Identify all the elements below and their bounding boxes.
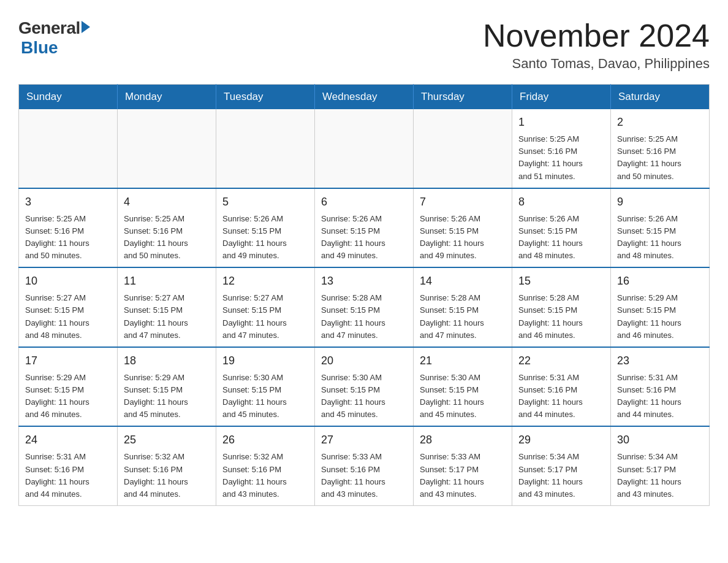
day-info: Sunrise: 5:31 AMSunset: 5:16 PMDaylight:…: [617, 372, 703, 421]
day-number: 30: [617, 432, 703, 448]
calendar-cell: 1Sunrise: 5:25 AMSunset: 5:16 PMDaylight…: [512, 109, 611, 188]
calendar-cell: [19, 109, 118, 188]
day-info: Sunrise: 5:34 AMSunset: 5:17 PMDaylight:…: [518, 451, 604, 500]
day-number: 15: [518, 273, 604, 289]
day-number: 1: [518, 114, 604, 131]
calendar-cell: 8Sunrise: 5:26 AMSunset: 5:15 PMDaylight…: [512, 188, 611, 268]
day-info: Sunrise: 5:30 AMSunset: 5:15 PMDaylight:…: [222, 372, 308, 421]
calendar-cell: 13Sunrise: 5:28 AMSunset: 5:15 PMDayligh…: [315, 267, 414, 347]
day-info: Sunrise: 5:28 AMSunset: 5:15 PMDaylight:…: [420, 292, 506, 342]
calendar-cell: 30Sunrise: 5:34 AMSunset: 5:17 PMDayligh…: [611, 426, 710, 505]
logo: General Blue: [18, 18, 90, 58]
day-number: 21: [420, 353, 506, 369]
calendar-cell: [414, 109, 512, 188]
calendar-cell: 3Sunrise: 5:25 AMSunset: 5:16 PMDaylight…: [19, 188, 118, 268]
calendar-cell: 10Sunrise: 5:27 AMSunset: 5:15 PMDayligh…: [19, 267, 118, 347]
calendar-cell: 9Sunrise: 5:26 AMSunset: 5:15 PMDaylight…: [611, 188, 710, 268]
calendar-cell: 22Sunrise: 5:31 AMSunset: 5:16 PMDayligh…: [512, 347, 611, 427]
calendar-cell: [315, 109, 414, 188]
day-number: 18: [124, 353, 210, 369]
day-info: Sunrise: 5:29 AMSunset: 5:15 PMDaylight:…: [617, 292, 703, 342]
day-info: Sunrise: 5:26 AMSunset: 5:15 PMDaylight:…: [420, 213, 506, 262]
calendar-cell: 27Sunrise: 5:33 AMSunset: 5:16 PMDayligh…: [315, 426, 414, 505]
calendar-cell: 6Sunrise: 5:26 AMSunset: 5:15 PMDaylight…: [315, 188, 414, 268]
calendar-cell: 25Sunrise: 5:32 AMSunset: 5:16 PMDayligh…: [118, 426, 216, 505]
day-number: 13: [321, 273, 407, 289]
calendar-week-row: 3Sunrise: 5:25 AMSunset: 5:16 PMDaylight…: [19, 188, 710, 268]
logo-arrow-icon: [82, 21, 90, 33]
day-number: 4: [124, 194, 210, 210]
day-info: Sunrise: 5:34 AMSunset: 5:17 PMDaylight:…: [617, 451, 703, 500]
day-info: Sunrise: 5:28 AMSunset: 5:15 PMDaylight:…: [321, 292, 407, 342]
day-info: Sunrise: 5:28 AMSunset: 5:15 PMDaylight:…: [518, 292, 604, 342]
day-number: 17: [25, 353, 111, 369]
day-number: 11: [124, 273, 210, 289]
day-number: 26: [222, 432, 308, 448]
title-section: November 2024 Santo Tomas, Davao, Philip…: [483, 18, 710, 72]
calendar-cell: [216, 109, 315, 188]
calendar-cell: 23Sunrise: 5:31 AMSunset: 5:16 PMDayligh…: [611, 347, 710, 427]
day-number: 25: [124, 432, 210, 448]
day-number: 5: [222, 194, 308, 210]
day-number: 14: [420, 273, 506, 289]
day-info: Sunrise: 5:27 AMSunset: 5:15 PMDaylight:…: [222, 292, 308, 342]
day-number: 16: [617, 273, 703, 289]
calendar-cell: 28Sunrise: 5:33 AMSunset: 5:17 PMDayligh…: [414, 426, 512, 505]
calendar-day-header: Sunday: [19, 85, 118, 110]
day-number: 24: [25, 432, 111, 448]
day-info: Sunrise: 5:26 AMSunset: 5:15 PMDaylight:…: [222, 213, 308, 262]
day-number: 28: [420, 432, 506, 448]
day-number: 3: [25, 194, 111, 210]
day-info: Sunrise: 5:31 AMSunset: 5:16 PMDaylight:…: [25, 451, 111, 500]
day-number: 2: [617, 114, 703, 131]
day-info: Sunrise: 5:33 AMSunset: 5:17 PMDaylight:…: [420, 451, 506, 500]
day-info: Sunrise: 5:30 AMSunset: 5:15 PMDaylight:…: [321, 372, 407, 421]
day-info: Sunrise: 5:25 AMSunset: 5:16 PMDaylight:…: [617, 133, 703, 183]
month-title: November 2024: [483, 18, 710, 53]
calendar-cell: 7Sunrise: 5:26 AMSunset: 5:15 PMDaylight…: [414, 188, 512, 268]
day-number: 22: [518, 353, 604, 369]
page-header: General Blue November 2024 Santo Tomas, …: [18, 18, 710, 72]
calendar-cell: 11Sunrise: 5:27 AMSunset: 5:15 PMDayligh…: [118, 267, 216, 347]
day-info: Sunrise: 5:25 AMSunset: 5:16 PMDaylight:…: [518, 133, 604, 183]
day-info: Sunrise: 5:33 AMSunset: 5:16 PMDaylight:…: [321, 451, 407, 500]
day-number: 29: [518, 432, 604, 448]
day-info: Sunrise: 5:26 AMSunset: 5:15 PMDaylight:…: [617, 213, 703, 262]
calendar-week-row: 24Sunrise: 5:31 AMSunset: 5:16 PMDayligh…: [19, 426, 710, 505]
day-info: Sunrise: 5:30 AMSunset: 5:15 PMDaylight:…: [420, 372, 506, 421]
calendar-cell: 14Sunrise: 5:28 AMSunset: 5:15 PMDayligh…: [414, 267, 512, 347]
day-info: Sunrise: 5:27 AMSunset: 5:15 PMDaylight:…: [124, 292, 210, 342]
calendar-cell: 18Sunrise: 5:29 AMSunset: 5:15 PMDayligh…: [118, 347, 216, 427]
day-number: 7: [420, 194, 506, 210]
day-info: Sunrise: 5:26 AMSunset: 5:15 PMDaylight:…: [321, 213, 407, 262]
calendar-header-row: SundayMondayTuesdayWednesdayThursdayFrid…: [19, 85, 710, 110]
calendar-day-header: Thursday: [414, 85, 512, 110]
calendar-cell: 2Sunrise: 5:25 AMSunset: 5:16 PMDaylight…: [611, 109, 710, 188]
calendar-cell: 21Sunrise: 5:30 AMSunset: 5:15 PMDayligh…: [414, 347, 512, 427]
day-number: 20: [321, 353, 407, 369]
logo-blue-text: Blue: [21, 38, 58, 58]
calendar-day-header: Wednesday: [315, 85, 414, 110]
calendar-day-header: Tuesday: [216, 85, 315, 110]
calendar-cell: 16Sunrise: 5:29 AMSunset: 5:15 PMDayligh…: [611, 267, 710, 347]
day-info: Sunrise: 5:31 AMSunset: 5:16 PMDaylight:…: [518, 372, 604, 421]
day-info: Sunrise: 5:25 AMSunset: 5:16 PMDaylight:…: [124, 213, 210, 262]
calendar-cell: 26Sunrise: 5:32 AMSunset: 5:16 PMDayligh…: [216, 426, 315, 505]
calendar-cell: 19Sunrise: 5:30 AMSunset: 5:15 PMDayligh…: [216, 347, 315, 427]
calendar-day-header: Monday: [118, 85, 216, 110]
day-number: 12: [222, 273, 308, 289]
calendar-day-header: Friday: [512, 85, 611, 110]
day-info: Sunrise: 5:29 AMSunset: 5:15 PMDaylight:…: [124, 372, 210, 421]
day-number: 19: [222, 353, 308, 369]
day-number: 6: [321, 194, 407, 210]
calendar-cell: 20Sunrise: 5:30 AMSunset: 5:15 PMDayligh…: [315, 347, 414, 427]
calendar-cell: [118, 109, 216, 188]
location-title: Santo Tomas, Davao, Philippines: [483, 56, 710, 72]
calendar-cell: 29Sunrise: 5:34 AMSunset: 5:17 PMDayligh…: [512, 426, 611, 505]
day-number: 23: [617, 353, 703, 369]
day-number: 8: [518, 194, 604, 210]
calendar-cell: 24Sunrise: 5:31 AMSunset: 5:16 PMDayligh…: [19, 426, 118, 505]
day-number: 10: [25, 273, 111, 289]
calendar-week-row: 10Sunrise: 5:27 AMSunset: 5:15 PMDayligh…: [19, 267, 710, 347]
day-number: 27: [321, 432, 407, 448]
